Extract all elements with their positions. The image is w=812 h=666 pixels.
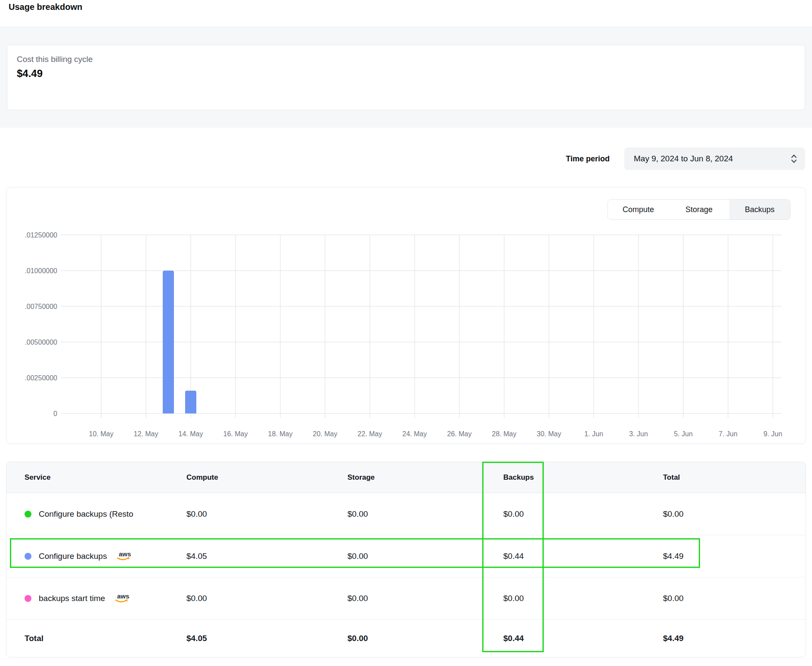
x-axis-tick-label: 12. May [134, 430, 158, 438]
time-period-row: Time period May 9, 2024 to Jun 8, 2024 [566, 148, 805, 170]
x-axis-tick-label: 22. May [358, 430, 382, 438]
total-cost-cell: $0.00 [663, 509, 806, 519]
x-axis-tick-label: 9. Jun [763, 430, 782, 438]
x-axis-tick-label: 20. May [313, 430, 338, 438]
col-header-total: Total [663, 473, 806, 482]
table-row-backups-start-time: backups start timeaws$0.00$0.00$0.00$0.0… [6, 577, 806, 620]
summary-section: Cost this billing cycle $4.49 [0, 27, 812, 128]
service-cell: backups start timeaws [25, 592, 186, 604]
col-header-backups: Backups [503, 473, 663, 482]
storage-cost-cell: $0.00 [347, 509, 503, 519]
series-color-dot [25, 553, 31, 560]
service-name: backups start time [39, 594, 105, 603]
cost-summary-card: Cost this billing cycle $4.49 [7, 45, 805, 110]
y-axis-tick-label: .01000000 [25, 267, 57, 274]
service-name: Configure backups [39, 552, 107, 561]
y-axis-tick-label: .01250000 [25, 231, 57, 239]
service-cell: Configure backupsaws [25, 550, 186, 562]
x-axis-tick-label: 10. May [89, 430, 114, 438]
time-period-select[interactable]: May 9, 2024 to Jun 8, 2024 [624, 148, 805, 170]
cost-cycle-label: Cost this billing cycle [17, 55, 795, 64]
usage-chart-card: 0.00250000.00500000.00750000.01000000.01… [6, 187, 806, 444]
col-header-service: Service [25, 473, 186, 482]
y-axis-tick-label: .00750000 [25, 303, 57, 310]
x-axis-tick-label: 16. May [223, 430, 248, 438]
x-axis-tick-label: 3. Jun [629, 430, 648, 438]
page-title: Usage breakdown [9, 2, 82, 12]
tab-backups[interactable]: Backups [729, 200, 790, 219]
backups-cost-cell: $0.00 [503, 594, 663, 603]
service-name: Configure backups (Resto [39, 509, 133, 519]
bar-13-may[interactable] [163, 271, 174, 413]
bar-14-may[interactable] [185, 391, 196, 413]
table-header-row: Service Compute Storage Backups Total [6, 462, 806, 493]
time-period-value: May 9, 2024 to Jun 8, 2024 [634, 154, 733, 163]
x-axis-tick-label: 30. May [537, 430, 561, 438]
backups-cost-cell: $0.00 [503, 509, 663, 519]
cost-cycle-value: $4.49 [17, 68, 795, 80]
compute-cost-cell: $4.05 [186, 552, 347, 561]
x-axis-tick-label: 26. May [447, 430, 472, 438]
y-axis-tick-label: 0 [53, 410, 57, 417]
table-row-configure-backups: Configure backupsaws$4.05$0.00$0.44$4.49 [6, 535, 806, 577]
tab-compute[interactable]: Compute [608, 200, 669, 219]
svg-text:aws: aws [119, 550, 131, 558]
total-cost-cell: $4.49 [663, 552, 806, 561]
total-cost-cell: $0.00 [663, 594, 806, 603]
usage-table: Service Compute Storage Backups Total Co… [6, 462, 806, 657]
x-axis-tick-label: 28. May [492, 430, 517, 438]
col-header-storage: Storage [347, 473, 503, 482]
x-axis-tick-label: 7. Jun [719, 430, 738, 438]
x-axis-tick-label: 18. May [268, 430, 293, 438]
chart-metric-tabs: ComputeStorageBackups [607, 199, 790, 220]
table-total-row: Total$4.05$0.00$0.44$4.49 [6, 620, 806, 657]
storage-cost-cell: $0.00 [347, 552, 503, 561]
usage-bar-chart: 0.00250000.00500000.00750000.01000000.01… [6, 188, 806, 444]
compute-cost-cell: $0.00 [186, 594, 347, 603]
svg-text:aws: aws [117, 592, 129, 600]
total-backups-cell: $0.44 [503, 634, 663, 643]
service-cell: Configure backups (Resto [25, 509, 186, 519]
total-total-cell: $4.49 [663, 634, 806, 643]
x-axis-tick-label: 5. Jun [674, 430, 693, 438]
table-row-configure-backups-resto: Configure backups (Resto$0.00$0.00$0.00$… [6, 493, 806, 535]
storage-cost-cell: $0.00 [347, 594, 503, 603]
total-row-label: Total [25, 634, 186, 643]
total-compute-cell: $4.05 [186, 634, 347, 643]
series-color-dot [25, 511, 31, 518]
compute-cost-cell: $0.00 [186, 509, 347, 519]
col-header-compute: Compute [186, 473, 347, 482]
x-axis-tick-label: 14. May [179, 430, 203, 438]
total-storage-cell: $0.00 [347, 634, 503, 643]
y-axis-tick-label: .00500000 [25, 339, 57, 346]
aws-logo-icon: aws [116, 550, 132, 562]
aws-logo-icon: aws [114, 592, 130, 604]
y-axis-tick-label: .00250000 [25, 374, 57, 382]
backups-cost-cell: $0.44 [503, 552, 663, 561]
series-color-dot [25, 595, 31, 602]
time-period-label: Time period [566, 154, 610, 163]
tab-storage[interactable]: Storage [669, 200, 729, 219]
chevron-updown-icon [790, 154, 797, 163]
x-axis-tick-label: 24. May [403, 430, 427, 438]
x-axis-tick-label: 1. Jun [584, 430, 603, 438]
